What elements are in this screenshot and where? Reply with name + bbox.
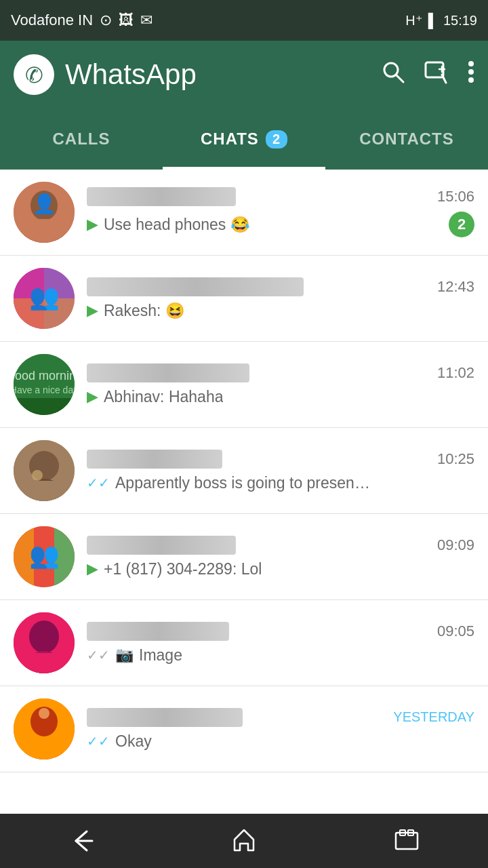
chat-time: 09:05 bbox=[437, 623, 474, 640]
svg-rect-36 bbox=[14, 653, 75, 673]
chat-item[interactable]: YESTERDAY ✓✓ Okay bbox=[0, 686, 488, 772]
chat-time: YESTERDAY bbox=[393, 709, 474, 725]
carrier-text: Vodafone IN bbox=[11, 12, 93, 29]
chat-time: 10:25 bbox=[437, 450, 474, 468]
tab-calls[interactable]: CALLS bbox=[0, 108, 163, 170]
blurred-name bbox=[87, 363, 249, 382]
chat-content: 09:09 ▶ +1 (817) 304-2289: Lol bbox=[87, 536, 474, 578]
avatar bbox=[14, 698, 75, 760]
svg-text:Have a nice day: Have a nice day bbox=[14, 384, 75, 395]
time-text: 15:19 bbox=[443, 13, 477, 28]
chat-preview: ✓✓ 📷 Image bbox=[87, 646, 474, 665]
new-chat-icon[interactable] bbox=[424, 60, 449, 90]
avatar bbox=[14, 612, 75, 673]
tab-chats-label: CHATS bbox=[201, 130, 259, 149]
grey-tick-icon: ✓✓ bbox=[87, 647, 110, 663]
status-bar-left: Vodafone IN ⊙ 🖼 ✉ bbox=[11, 12, 152, 29]
chat-content: 12:43 ▶ Rakesh: 😆 bbox=[87, 277, 474, 320]
chat-time: 15:06 bbox=[437, 188, 474, 205]
chat-preview-text: +1 (817) 304-2289: Lol bbox=[104, 560, 262, 578]
home-button[interactable] bbox=[229, 826, 259, 856]
chat-preview-text: Okay bbox=[115, 732, 152, 751]
chat-name bbox=[87, 450, 222, 469]
chat-preview-text: Image bbox=[139, 646, 182, 665]
chat-preview: ✓✓ Okay bbox=[87, 732, 474, 751]
svg-point-9 bbox=[468, 69, 474, 75]
chat-item[interactable]: 👥 09:09 ▶ +1 (817) 304-2289: Lol bbox=[0, 514, 488, 600]
avatar bbox=[14, 440, 75, 501]
svg-text:✆: ✆ bbox=[25, 63, 43, 87]
chat-item[interactable]: 👥 12:43 ▶ Rakesh: 😆 bbox=[0, 256, 488, 342]
chat-content: 10:25 ✓✓ Apparently boss is going to pre… bbox=[87, 450, 474, 492]
double-tick-icon: ✓✓ bbox=[87, 475, 110, 491]
chat-preview-text: Use head phones 😂 bbox=[104, 216, 250, 234]
chats-unread-badge: 2 bbox=[266, 130, 287, 149]
svg-point-34 bbox=[29, 620, 59, 653]
chat-name bbox=[87, 622, 229, 641]
chat-name bbox=[87, 277, 304, 296]
avatar: Good morning Have a nice day bbox=[14, 354, 75, 415]
chat-header: 09:09 bbox=[87, 536, 474, 555]
svg-point-27 bbox=[32, 470, 43, 481]
chat-time: 11:02 bbox=[437, 364, 474, 382]
svg-point-8 bbox=[468, 61, 474, 66]
chat-time: 12:43 bbox=[437, 278, 474, 296]
toolbar-actions bbox=[381, 60, 474, 90]
chat-item[interactable]: 👤 15:06 ▶ Use head phones 😂 2 bbox=[0, 170, 488, 256]
chat-preview-text: Apparently boss is going to presen… bbox=[115, 474, 370, 492]
nav-bar bbox=[0, 814, 488, 868]
chat-header: 11:02 bbox=[87, 363, 474, 382]
svg-rect-28 bbox=[14, 481, 75, 501]
picture-icon: 🖼 bbox=[119, 12, 134, 29]
chat-header: 10:25 bbox=[87, 450, 474, 469]
status-bar: Vodafone IN ⊙ 🖼 ✉ H⁺ ▌ 15:19 bbox=[0, 0, 488, 41]
app-title: WhatsApp bbox=[65, 58, 370, 91]
chat-content: YESTERDAY ✓✓ Okay bbox=[87, 708, 474, 751]
back-button[interactable] bbox=[66, 826, 96, 856]
search-icon[interactable] bbox=[381, 60, 405, 90]
double-tick-icon: ✓✓ bbox=[87, 733, 110, 749]
blurred-name bbox=[87, 708, 243, 727]
chat-preview-text: Abhinav: Hahaha bbox=[104, 388, 223, 406]
menu-icon[interactable] bbox=[468, 60, 474, 90]
battery-icon: ▌ bbox=[428, 13, 438, 28]
chat-item[interactable]: Good morning Have a nice day 11:02 ▶ Abh… bbox=[0, 342, 488, 428]
tab-contacts[interactable]: CONTACTS bbox=[325, 108, 488, 170]
svg-rect-23 bbox=[14, 398, 75, 415]
blurred-name bbox=[87, 536, 236, 555]
whatsapp-status-icon: ⊙ bbox=[100, 12, 112, 29]
svg-rect-40 bbox=[14, 738, 75, 760]
chat-item[interactable]: 09:05 ✓✓ 📷 Image bbox=[0, 600, 488, 686]
svg-text:Good morning: Good morning bbox=[14, 369, 75, 382]
chat-preview: ✓✓ Apparently boss is going to presen… bbox=[87, 474, 474, 492]
tab-chats[interactable]: CHATS 2 bbox=[163, 108, 325, 170]
svg-text:👤: 👤 bbox=[33, 193, 56, 215]
blurred-name bbox=[87, 187, 236, 206]
chat-preview-text: Rakesh: 😆 bbox=[104, 302, 185, 320]
chat-content: 15:06 ▶ Use head phones 😂 2 bbox=[87, 187, 474, 237]
avatar: 👥 bbox=[14, 526, 75, 587]
chat-preview: ▶ Abhinav: Hahaha bbox=[87, 388, 474, 406]
chat-list: 👤 15:06 ▶ Use head phones 😂 2 bbox=[0, 170, 488, 814]
tab-contacts-label: CONTACTS bbox=[359, 130, 454, 149]
chat-name bbox=[87, 536, 236, 555]
chat-time: 09:09 bbox=[437, 536, 474, 554]
chat-item[interactable]: 10:25 ✓✓ Apparently boss is going to pre… bbox=[0, 428, 488, 514]
play-arrow-icon: ▶ bbox=[87, 216, 98, 233]
chat-preview: ▶ +1 (817) 304-2289: Lol bbox=[87, 560, 474, 578]
chat-name bbox=[87, 363, 249, 382]
tab-calls-label: CALLS bbox=[53, 130, 110, 149]
chat-preview: ▶ Rakesh: 😆 bbox=[87, 302, 474, 320]
svg-text:👥: 👥 bbox=[29, 282, 60, 311]
recents-button[interactable] bbox=[392, 826, 422, 856]
status-bar-right: H⁺ ▌ 15:19 bbox=[405, 12, 477, 28]
svg-rect-14 bbox=[14, 219, 75, 243]
chat-name bbox=[87, 708, 243, 727]
chat-content: 11:02 ▶ Abhinav: Hahaha bbox=[87, 363, 474, 406]
play-arrow-icon: ▶ bbox=[87, 302, 98, 319]
blurred-name bbox=[87, 450, 222, 469]
avatar: 👥 bbox=[14, 268, 75, 329]
chat-header: YESTERDAY bbox=[87, 708, 474, 727]
svg-rect-42 bbox=[396, 833, 418, 849]
avatar: 👤 bbox=[14, 182, 75, 243]
